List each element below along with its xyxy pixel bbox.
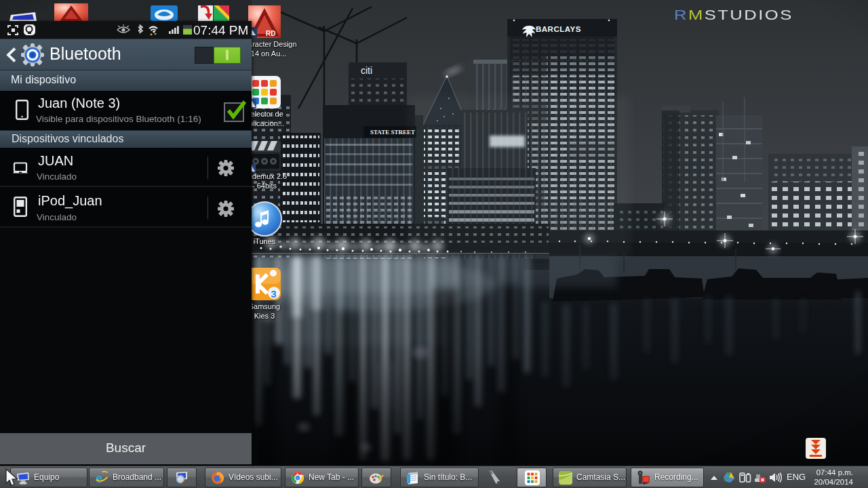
svg-text:RD: RD — [266, 30, 275, 37]
svg-text:3: 3 — [271, 288, 277, 300]
svg-text:e: e — [96, 470, 102, 485]
